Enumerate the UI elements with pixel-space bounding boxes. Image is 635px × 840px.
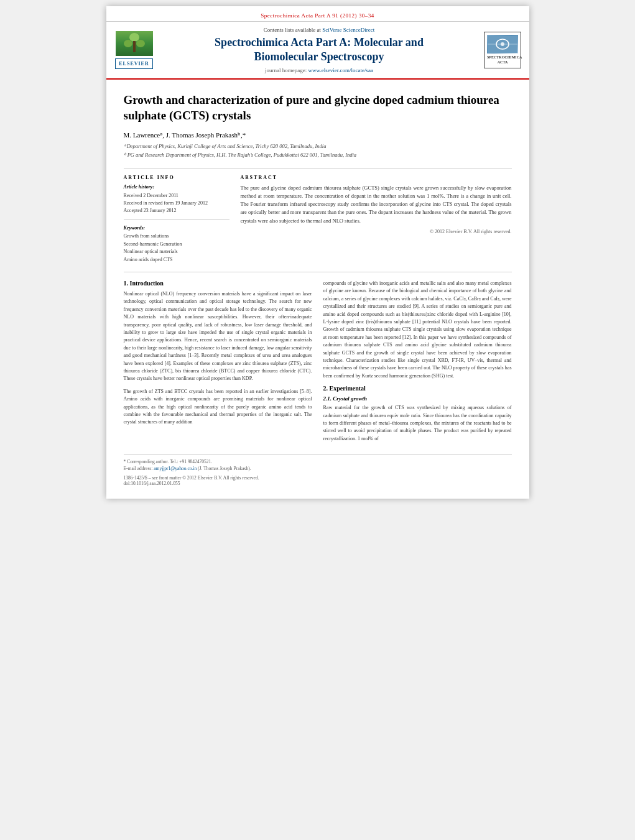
intro-title: 1. Introduction [124,280,312,287]
body-left-col: 1. Introduction Nonlinear optical (NLO) … [124,280,312,448]
body-right-col: compounds of glycine with inorganic acid… [323,280,512,448]
right-col-paragraph-1: compounds of glycine with inorganic acid… [323,280,512,380]
article-history-label: Article history: [124,184,229,190]
top-bar: Spectrochimica Acta Part A 91 (2012) 30–… [106,6,529,22]
journal-citation: Spectrochimica Acta Part A 91 (2012) 30–… [261,12,374,19]
abstract-text: The pure and glycine doped cadmium thiou… [241,184,512,225]
crystal-growth-text: Raw material for the growth of CTS was s… [323,404,512,443]
keywords-label: Keywords: [124,225,229,231]
corresponding-note: * Corresponding author. Tel.: +91 984247… [124,458,512,473]
article-info-header: ARTICLE INFO [124,175,229,180]
badge-text-line2: ACTA [487,60,518,65]
revised-date: Received in revised form 19 January 2012 [124,200,229,207]
issn-line: 1386-1425/$ – see front matter © 2012 El… [124,475,512,481]
intro-paragraph-1: Nonlinear optical (NLO) frequency conver… [124,290,312,383]
doi-line: doi:10.1016/j.saa.2012.01.055 [124,481,512,486]
spectrochimica-badge-area: SPECTROCHIMICA ACTA [483,27,523,73]
body-two-col: 1. Introduction Nonlinear optical (NLO) … [124,280,512,448]
journal-title-area: Contents lists available at SciVerse Sci… [162,27,476,73]
keyword-3: Nonlinear optical materials [124,248,229,256]
journal-title: Spectrochimica Acta Part A: Molecular an… [162,35,476,65]
elsevier-tree-logo [116,31,153,56]
page: Spectrochimica Acta Part A 91 (2012) 30–… [106,6,529,499]
keyword-4: Amino acids doped CTS [124,256,229,264]
affiliations: ᵃ Department of Physics, Kurinji College… [124,143,512,159]
keyword-2: Second-harmonic Generation [124,241,229,249]
authors: M. Lawrenceᵃ, J. Thomas Joseph Prakashᵇ,… [124,131,512,139]
abstract-header: ABSTRACT [241,175,512,180]
svg-point-2 [136,40,145,47]
keyword-1: Growth from solutions [124,233,229,241]
elsevier-text: ELSEVIER [115,58,152,69]
sciverse-text: Contents lists available at SciVerse Sci… [162,27,476,33]
email-link[interactable]: amyjjpr1@yahoo.co.in [154,466,197,471]
sciverse-link[interactable]: SciVerse ScienceDirect [322,27,374,33]
journal-homepage: journal homepage: www.elsevier.com/locat… [162,67,476,73]
homepage-link[interactable]: www.elsevier.com/locate/saa [308,67,373,73]
experimental-title: 2. Experimental [323,385,512,392]
badge-image [487,35,518,53]
email-name: (J. Thomas Joseph Prakash). [198,466,251,471]
copyright: © 2012 Elsevier B.V. All rights reserved… [241,229,512,234]
footer-info: 1386-1425/$ – see front matter © 2012 El… [124,475,512,486]
spectrochimica-badge: SPECTROCHIMICA ACTA [484,32,521,68]
abstract-column: ABSTRACT The pure and glycine doped cadm… [241,175,512,264]
badge-text-line1: SPECTROCHIMICA [487,55,518,60]
article-title: Growth and characterization of pure and … [124,92,512,124]
crystal-growth-subtitle: 2.1. Crystal growth [323,395,512,402]
article-info-abstract: ARTICLE INFO Article history: Received 2… [124,168,512,264]
received-date: Received 2 December 2011 [124,192,229,200]
journal-header: ELSEVIER Contents lists available at Sci… [106,22,529,80]
article-body: Growth and characterization of pure and … [106,80,529,499]
svg-point-1 [124,40,132,47]
accepted-date: Accepted 23 January 2012 [124,207,229,215]
svg-point-0 [129,33,139,42]
intro-paragraph-2: The growth of ZTS and BTCC crystals has … [124,388,312,427]
affiliation-a: ᵃ Department of Physics, Kurinji College… [124,143,512,150]
affiliation-b: ᵇ PG and Research Department of Physics,… [124,152,512,159]
elsevier-logo-container: ELSEVIER [113,27,156,73]
article-info-column: ARTICLE INFO Article history: Received 2… [124,175,229,264]
footer-section: * Corresponding author. Tel.: +91 984247… [124,454,512,486]
body-section: 1. Introduction Nonlinear optical (NLO) … [124,272,512,448]
svg-point-7 [501,42,504,46]
svg-rect-3 [133,41,136,52]
